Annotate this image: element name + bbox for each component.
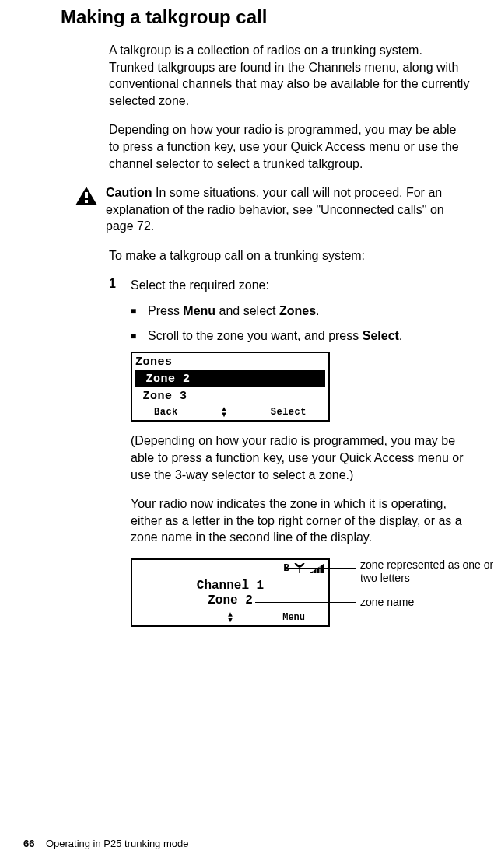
caution-text: Caution In some situations, your call wi… (106, 184, 470, 235)
leader-line (255, 602, 356, 603)
caution-label: Caution (106, 186, 152, 199)
bullet-1-text: Press Menu and select Zones. (148, 303, 320, 320)
caution-body: In some situations, your call will not p… (106, 186, 444, 233)
antenna-icon (294, 563, 305, 574)
svg-rect-1 (85, 192, 88, 198)
zone-indicator-paragraph: Your radio now indicates the zone in whi… (131, 495, 470, 546)
intro-paragraph-1: A talkgroup is a collection of radios on… (109, 42, 470, 109)
lcd-channel-name: Channel 1 (132, 579, 328, 593)
lcd-item-selected: Zone 2 (135, 370, 325, 387)
page-footer: 66 Operating in P25 trunking mode (23, 838, 188, 849)
bullet-1-bold-1: Menu (183, 304, 215, 317)
bullet-2-bold-1: Select (363, 329, 399, 342)
step-1-text: Select the required zone: (131, 277, 470, 294)
bullet-2-text: Scroll to the zone you want, and press S… (148, 327, 402, 345)
page-title: Making a talkgroup call (61, 6, 478, 28)
lcd-item-selected-label: Zone 2 (146, 373, 191, 386)
leader-line (286, 568, 356, 569)
section-title: Operating in P25 trunking mode (46, 838, 189, 849)
intro-paragraph-2: Depending on how your radio is programme… (109, 121, 470, 172)
lcd-channel-screen: B Channel 1 Zone 2 ▲▼ Menu (131, 558, 330, 627)
annotation-zone-name: zone name (360, 596, 414, 609)
lcd-item-2-label: Zone 3 (143, 390, 187, 403)
lcd-softkey-right: Select (271, 407, 307, 418)
bullet-1-bold-2: Zones (279, 304, 316, 317)
updown-icon: ▲▼ (222, 407, 227, 418)
page-number: 66 (23, 838, 34, 849)
lcd-zone-name: Zone 2 (132, 593, 328, 608)
lcd-item-2: Zone 3 (132, 387, 328, 404)
lcd-header: Zones (132, 353, 328, 370)
signal-icon (310, 564, 324, 573)
lcd-zones-screen: Zones Zone 2 Zone 3 Back ▲▼ Select (131, 352, 330, 422)
updown-icon: ▲▼ (228, 612, 233, 623)
lcd-softkey-menu: Menu (282, 612, 305, 623)
bullet-2-post: . (399, 329, 402, 342)
lcd-zone-letter: B (283, 562, 289, 574)
bullet-2-pre: Scroll to the zone you want, and press (148, 329, 363, 342)
svg-rect-2 (85, 200, 88, 203)
bullet-icon: ■ (131, 327, 148, 345)
lcd-softkey-left: Back (154, 407, 178, 418)
bullet-1-post: . (316, 304, 319, 317)
step-number-1: 1 (109, 277, 131, 294)
bullet-1-pre: Press (148, 304, 183, 317)
bullet-1-mid: and select (215, 304, 279, 317)
caution-icon (75, 186, 98, 209)
note-paragraph: (Depending on how your radio is programm… (131, 432, 470, 483)
annotation-zone-letters: zone represented as one or two letters (360, 558, 500, 585)
bullet-icon: ■ (131, 303, 148, 320)
lead-in-paragraph: To make a talkgroup call on a trunking s… (109, 247, 470, 264)
lcd-softkey-row: Back ▲▼ Select (132, 404, 328, 420)
